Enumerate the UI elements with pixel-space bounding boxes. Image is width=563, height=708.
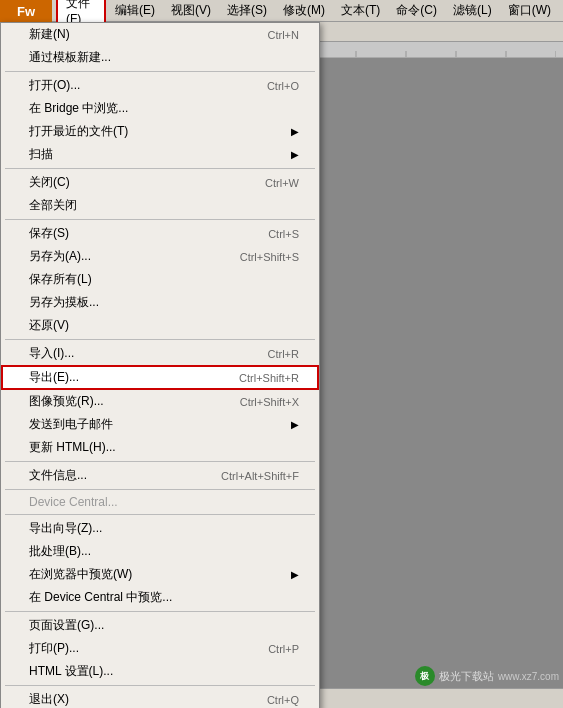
menu-select[interactable]: 选择(S) — [219, 0, 275, 21]
menu-shortcut-image-preview: Ctrl+Shift+X — [240, 396, 299, 408]
menu-item-new[interactable]: 新建(N)Ctrl+N — [1, 23, 319, 46]
menu-item-save-all[interactable]: 保存所有(L) — [1, 268, 319, 291]
menu-separator — [5, 685, 315, 686]
watermark: 极 极光下载站 www.xz7.com — [415, 666, 559, 686]
menu-item-print[interactable]: 打印(P)...Ctrl+P — [1, 637, 319, 660]
menu-item-save-as[interactable]: 另存为(A)...Ctrl+Shift+S — [1, 245, 319, 268]
file-menu-dropdown: 新建(N)Ctrl+N通过模板新建...打开(O)...Ctrl+O在 Brid… — [0, 22, 320, 708]
menu-item-scan[interactable]: 扫描▶ — [1, 143, 319, 166]
menu-separator — [5, 461, 315, 462]
menu-item-label-export-wizard: 导出向导(Z)... — [29, 520, 102, 537]
menu-text[interactable]: 文本(T) — [333, 0, 388, 21]
menu-item-label-print: 打印(P)... — [29, 640, 79, 657]
menu-arrow-open-recent: ▶ — [291, 126, 299, 137]
menu-item-label-send-email: 发送到电子邮件 — [29, 416, 113, 433]
menu-item-import[interactable]: 导入(I)...Ctrl+R — [1, 342, 319, 365]
menu-item-label-open: 打开(O)... — [29, 77, 80, 94]
menu-item-export-wizard[interactable]: 导出向导(Z)... — [1, 517, 319, 540]
menu-filters[interactable]: 滤镜(L) — [445, 0, 500, 21]
menu-modify[interactable]: 修改(M) — [275, 0, 333, 21]
menu-item-label-new-template: 通过模板新建... — [29, 49, 111, 66]
menu-item-label-revert: 还原(V) — [29, 317, 69, 334]
menu-view[interactable]: 视图(V) — [163, 0, 219, 21]
menu-shortcut-exit: Ctrl+Q — [267, 694, 299, 706]
menu-item-open[interactable]: 打开(O)...Ctrl+O — [1, 74, 319, 97]
watermark-logo: 极 — [415, 666, 435, 686]
menu-item-html-settings[interactable]: HTML 设置(L)... — [1, 660, 319, 683]
menu-item-label-device-central: Device Central... — [29, 495, 118, 509]
menu-shortcut-save-as: Ctrl+Shift+S — [240, 251, 299, 263]
menu-shortcut-export: Ctrl+Shift+R — [239, 372, 299, 384]
menu-separator — [5, 339, 315, 340]
menu-item-open-bridge[interactable]: 在 Bridge 中浏览... — [1, 97, 319, 120]
menu-shortcut-open: Ctrl+O — [267, 80, 299, 92]
menu-item-label-batch: 批处理(B)... — [29, 543, 91, 560]
menu-item-close[interactable]: 关闭(C)Ctrl+W — [1, 171, 319, 194]
menu-item-label-exit: 退出(X) — [29, 691, 69, 708]
menu-separator — [5, 71, 315, 72]
menu-arrow-send-email: ▶ — [291, 419, 299, 430]
menu-separator — [5, 489, 315, 490]
menu-item-preview-device[interactable]: 在 Device Central 中预览... — [1, 586, 319, 609]
menu-item-label-new: 新建(N) — [29, 26, 70, 43]
menu-item-save-template[interactable]: 另存为摸板... — [1, 291, 319, 314]
menu-item-open-recent[interactable]: 打开最近的文件(T)▶ — [1, 120, 319, 143]
menu-item-label-image-preview: 图像预览(R)... — [29, 393, 104, 410]
menu-shortcut-close: Ctrl+W — [265, 177, 299, 189]
menu-item-label-preview-device: 在 Device Central 中预览... — [29, 589, 172, 606]
menu-item-label-import: 导入(I)... — [29, 345, 74, 362]
menu-item-label-save-all: 保存所有(L) — [29, 271, 92, 288]
menu-item-label-scan: 扫描 — [29, 146, 53, 163]
menu-item-label-save: 保存(S) — [29, 225, 69, 242]
menu-item-close-all[interactable]: 全部关闭 — [1, 194, 319, 217]
menu-item-page-setup[interactable]: 页面设置(G)... — [1, 614, 319, 637]
menu-item-preview-browser[interactable]: 在浏览器中预览(W)▶ — [1, 563, 319, 586]
menu-arrow-scan: ▶ — [291, 149, 299, 160]
menu-shortcut-new: Ctrl+N — [268, 29, 299, 41]
menu-edit[interactable]: 编辑(E) — [107, 0, 163, 21]
menu-separator — [5, 514, 315, 515]
menu-item-label-close-all: 全部关闭 — [29, 197, 77, 214]
menu-item-label-page-setup: 页面设置(G)... — [29, 617, 104, 634]
menu-shortcut-print: Ctrl+P — [268, 643, 299, 655]
menu-item-label-file-info: 文件信息... — [29, 467, 87, 484]
menu-item-label-open-bridge: 在 Bridge 中浏览... — [29, 100, 128, 117]
menu-item-batch[interactable]: 批处理(B)... — [1, 540, 319, 563]
menu-item-label-export: 导出(E)... — [29, 369, 79, 386]
menu-separator — [5, 168, 315, 169]
menu-shortcut-import: Ctrl+R — [268, 348, 299, 360]
menu-item-update-html[interactable]: 更新 HTML(H)... — [1, 436, 319, 459]
menu-item-label-preview-browser: 在浏览器中预览(W) — [29, 566, 132, 583]
menu-item-label-save-as: 另存为(A)... — [29, 248, 91, 265]
menu-item-device-central: Device Central... — [1, 492, 319, 512]
menu-shortcut-file-info: Ctrl+Alt+Shift+F — [221, 470, 299, 482]
menu-item-label-html-settings: HTML 设置(L)... — [29, 663, 113, 680]
menu-window[interactable]: 窗口(W) — [500, 0, 559, 21]
app-logo: Fw — [0, 0, 52, 22]
menu-item-new-template[interactable]: 通过模板新建... — [1, 46, 319, 69]
menu-item-label-close: 关闭(C) — [29, 174, 70, 191]
menu-item-save[interactable]: 保存(S)Ctrl+S — [1, 222, 319, 245]
menu-commands[interactable]: 命令(C) — [388, 0, 445, 21]
menu-item-label-save-template: 另存为摸板... — [29, 294, 99, 311]
menu-item-export[interactable]: 导出(E)...Ctrl+Shift+R — [1, 365, 319, 390]
menu-separator — [5, 219, 315, 220]
menu-item-file-info[interactable]: 文件信息...Ctrl+Alt+Shift+F — [1, 464, 319, 487]
menu-bar: 文件(F) 编辑(E) 视图(V) 选择(S) 修改(M) 文本(T) 命令(C… — [52, 0, 563, 22]
menu-item-image-preview[interactable]: 图像预览(R)...Ctrl+Shift+X — [1, 390, 319, 413]
menu-item-label-update-html: 更新 HTML(H)... — [29, 439, 116, 456]
menu-separator — [5, 611, 315, 612]
menu-arrow-preview-browser: ▶ — [291, 569, 299, 580]
menu-item-revert[interactable]: 还原(V) — [1, 314, 319, 337]
menu-shortcut-save: Ctrl+S — [268, 228, 299, 240]
menu-item-exit[interactable]: 退出(X)Ctrl+Q — [1, 688, 319, 708]
menu-item-label-open-recent: 打开最近的文件(T) — [29, 123, 128, 140]
menu-item-send-email[interactable]: 发送到电子邮件▶ — [1, 413, 319, 436]
